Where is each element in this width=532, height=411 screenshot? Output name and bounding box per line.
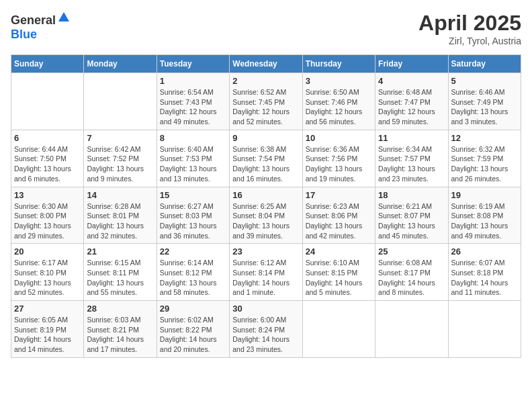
calendar-cell: 13Sunrise: 6:30 AMSunset: 8:00 PMDayligh… — [11, 187, 84, 244]
calendar-cell: 29Sunrise: 6:02 AMSunset: 8:22 PMDayligh… — [157, 301, 229, 358]
day-number: 11 — [378, 133, 445, 143]
day-info: Sunrise: 6:12 AMSunset: 8:14 PMDaylight:… — [232, 258, 299, 298]
day-number: 13 — [14, 190, 81, 200]
calendar-cell: 21Sunrise: 6:15 AMSunset: 8:11 PMDayligh… — [84, 244, 157, 301]
svg-marker-0 — [58, 12, 69, 21]
calendar-week-row: 27Sunrise: 6:05 AMSunset: 8:19 PMDayligh… — [11, 301, 521, 358]
day-info: Sunrise: 6:34 AMSunset: 7:57 PMDaylight:… — [378, 144, 445, 184]
calendar-week-row: 20Sunrise: 6:17 AMSunset: 8:10 PMDayligh… — [11, 244, 521, 301]
calendar-cell: 4Sunrise: 6:48 AMSunset: 7:47 PMDaylight… — [375, 73, 448, 130]
page-header: General Blue April 2025 Zirl, Tyrol, Aus… — [11, 11, 521, 46]
day-info: Sunrise: 6:36 AMSunset: 7:56 PMDaylight:… — [306, 144, 372, 184]
calendar-header-row: SundayMondayTuesdayWednesdayThursdayFrid… — [11, 55, 521, 73]
day-number: 16 — [232, 190, 299, 200]
calendar-cell — [11, 73, 84, 130]
day-number: 6 — [14, 133, 81, 143]
day-info: Sunrise: 6:52 AMSunset: 7:45 PMDaylight:… — [232, 87, 299, 127]
day-info: Sunrise: 6:05 AMSunset: 8:19 PMDaylight:… — [14, 315, 81, 355]
day-info: Sunrise: 6:46 AMSunset: 7:49 PMDaylight:… — [451, 87, 518, 127]
day-of-week-header: Thursday — [302, 55, 375, 73]
calendar-week-row: 6Sunrise: 6:44 AMSunset: 7:50 PMDaylight… — [11, 130, 521, 187]
calendar-cell: 8Sunrise: 6:40 AMSunset: 7:53 PMDaylight… — [157, 130, 229, 187]
calendar-table: SundayMondayTuesdayWednesdayThursdayFrid… — [11, 54, 521, 358]
day-of-week-header: Saturday — [448, 55, 521, 73]
day-info: Sunrise: 6:28 AMSunset: 8:01 PMDaylight:… — [87, 201, 153, 241]
day-info: Sunrise: 6:30 AMSunset: 8:00 PMDaylight:… — [14, 201, 81, 241]
calendar-cell: 15Sunrise: 6:27 AMSunset: 8:03 PMDayligh… — [157, 187, 229, 244]
day-number: 29 — [160, 304, 226, 314]
day-number: 8 — [160, 133, 226, 143]
day-number: 12 — [451, 133, 518, 143]
day-of-week-header: Wednesday — [230, 55, 302, 73]
day-info: Sunrise: 6:44 AMSunset: 7:50 PMDaylight:… — [14, 144, 81, 184]
day-info: Sunrise: 6:10 AMSunset: 8:15 PMDaylight:… — [306, 258, 372, 298]
day-number: 28 — [87, 304, 153, 314]
logo-icon — [57, 11, 71, 24]
calendar-cell: 10Sunrise: 6:36 AMSunset: 7:56 PMDayligh… — [302, 130, 375, 187]
day-info: Sunrise: 6:15 AMSunset: 8:11 PMDaylight:… — [87, 258, 153, 298]
calendar-cell: 2Sunrise: 6:52 AMSunset: 7:45 PMDaylight… — [230, 73, 302, 130]
day-number: 22 — [160, 246, 226, 257]
day-info: Sunrise: 6:40 AMSunset: 7:53 PMDaylight:… — [160, 144, 226, 184]
day-info: Sunrise: 6:19 AMSunset: 8:08 PMDaylight:… — [451, 201, 518, 241]
day-info: Sunrise: 6:07 AMSunset: 8:18 PMDaylight:… — [451, 258, 518, 298]
day-number: 9 — [232, 133, 299, 143]
calendar-cell: 17Sunrise: 6:23 AMSunset: 8:06 PMDayligh… — [302, 187, 375, 244]
day-number: 7 — [87, 133, 153, 143]
calendar-cell — [302, 301, 375, 358]
day-number: 25 — [378, 246, 445, 257]
day-info: Sunrise: 6:54 AMSunset: 7:43 PMDaylight:… — [160, 87, 226, 127]
title-block: April 2025 Zirl, Tyrol, Austria — [418, 11, 521, 46]
page-title: April 2025 — [418, 11, 521, 36]
day-number: 24 — [306, 246, 372, 257]
day-info: Sunrise: 6:42 AMSunset: 7:52 PMDaylight:… — [87, 144, 153, 184]
day-number: 10 — [306, 133, 372, 143]
calendar-cell: 22Sunrise: 6:14 AMSunset: 8:12 PMDayligh… — [157, 244, 229, 301]
day-info: Sunrise: 6:14 AMSunset: 8:12 PMDaylight:… — [160, 258, 226, 298]
day-info: Sunrise: 6:03 AMSunset: 8:21 PMDaylight:… — [87, 315, 153, 355]
day-number: 27 — [14, 304, 81, 314]
calendar-cell: 5Sunrise: 6:46 AMSunset: 7:49 PMDaylight… — [448, 73, 521, 130]
page-subtitle: Zirl, Tyrol, Austria — [418, 36, 521, 46]
day-info: Sunrise: 6:17 AMSunset: 8:10 PMDaylight:… — [14, 258, 81, 298]
calendar-cell: 25Sunrise: 6:08 AMSunset: 8:17 PMDayligh… — [375, 244, 448, 301]
calendar-cell: 11Sunrise: 6:34 AMSunset: 7:57 PMDayligh… — [375, 130, 448, 187]
logo-blue-text: Blue — [11, 28, 37, 41]
day-number: 26 — [451, 246, 518, 257]
calendar-cell — [375, 301, 448, 358]
day-number: 19 — [451, 190, 518, 200]
calendar-cell: 20Sunrise: 6:17 AMSunset: 8:10 PMDayligh… — [11, 244, 84, 301]
day-number: 3 — [306, 76, 372, 86]
calendar-cell: 6Sunrise: 6:44 AMSunset: 7:50 PMDaylight… — [11, 130, 84, 187]
calendar-cell: 7Sunrise: 6:42 AMSunset: 7:52 PMDaylight… — [84, 130, 157, 187]
day-info: Sunrise: 6:08 AMSunset: 8:17 PMDaylight:… — [378, 258, 445, 298]
calendar-cell: 23Sunrise: 6:12 AMSunset: 8:14 PMDayligh… — [230, 244, 302, 301]
day-number: 4 — [378, 76, 445, 86]
day-info: Sunrise: 6:23 AMSunset: 8:06 PMDaylight:… — [306, 201, 372, 241]
calendar-cell: 14Sunrise: 6:28 AMSunset: 8:01 PMDayligh… — [84, 187, 157, 244]
day-info: Sunrise: 6:50 AMSunset: 7:46 PMDaylight:… — [306, 87, 372, 127]
calendar-cell: 9Sunrise: 6:38 AMSunset: 7:54 PMDaylight… — [230, 130, 302, 187]
calendar-week-row: 13Sunrise: 6:30 AMSunset: 8:00 PMDayligh… — [11, 187, 521, 244]
day-number: 30 — [232, 304, 299, 314]
day-info: Sunrise: 6:25 AMSunset: 8:04 PMDaylight:… — [232, 201, 299, 241]
day-info: Sunrise: 6:21 AMSunset: 8:07 PMDaylight:… — [378, 201, 445, 241]
day-number: 17 — [306, 190, 372, 200]
logo-general-text: General — [11, 13, 56, 27]
calendar-cell: 12Sunrise: 6:32 AMSunset: 7:59 PMDayligh… — [448, 130, 521, 187]
day-number: 21 — [87, 246, 153, 257]
day-of-week-header: Friday — [375, 55, 448, 73]
day-number: 2 — [232, 76, 299, 86]
day-number: 18 — [378, 190, 445, 200]
day-info: Sunrise: 6:00 AMSunset: 8:24 PMDaylight:… — [232, 315, 299, 355]
day-info: Sunrise: 6:02 AMSunset: 8:22 PMDaylight:… — [160, 315, 226, 355]
calendar-cell: 26Sunrise: 6:07 AMSunset: 8:18 PMDayligh… — [448, 244, 521, 301]
day-info: Sunrise: 6:48 AMSunset: 7:47 PMDaylight:… — [378, 87, 445, 127]
day-number: 15 — [160, 190, 226, 200]
day-of-week-header: Tuesday — [157, 55, 229, 73]
calendar-cell: 3Sunrise: 6:50 AMSunset: 7:46 PMDaylight… — [302, 73, 375, 130]
calendar-week-row: 1Sunrise: 6:54 AMSunset: 7:43 PMDaylight… — [11, 73, 521, 130]
day-number: 20 — [14, 246, 81, 257]
calendar-cell: 16Sunrise: 6:25 AMSunset: 8:04 PMDayligh… — [230, 187, 302, 244]
day-of-week-header: Monday — [84, 55, 157, 73]
